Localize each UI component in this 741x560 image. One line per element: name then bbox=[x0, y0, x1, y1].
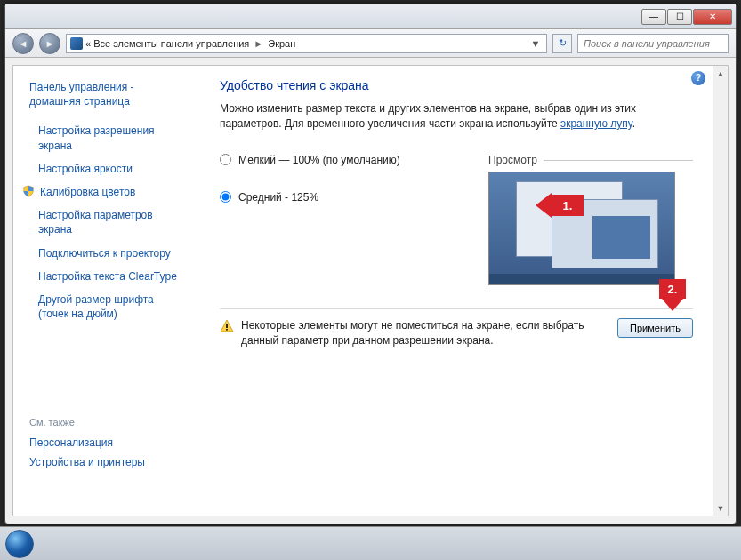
preview-image bbox=[488, 172, 675, 285]
radio-label: Мелкий — 100% (по умолчанию) bbox=[238, 154, 400, 166]
scroll-track[interactable] bbox=[713, 81, 728, 500]
window-frame: — ☐ ✕ ◄ ► « Все элементы панели управлен… bbox=[4, 4, 737, 524]
warning-text: Некоторые элементы могут не поместиться … bbox=[241, 318, 610, 348]
warning-icon bbox=[220, 319, 234, 333]
start-button[interactable] bbox=[5, 530, 34, 558]
preview-label: Просмотр bbox=[488, 154, 693, 166]
sidebar-link-brightness[interactable]: Настройка яркости bbox=[13, 157, 200, 180]
radio-input-medium[interactable] bbox=[220, 191, 231, 203]
minimize-button[interactable]: — bbox=[641, 9, 666, 25]
taskbar[interactable] bbox=[0, 526, 741, 560]
preview-section: Просмотр bbox=[488, 154, 693, 285]
control-panel-icon bbox=[70, 37, 83, 50]
radio-small-100[interactable]: Мелкий — 100% (по умолчанию) bbox=[220, 154, 435, 166]
radio-input-small[interactable] bbox=[220, 154, 231, 165]
scrollbar[interactable]: ▲ ▼ bbox=[713, 66, 728, 516]
maximize-button[interactable]: ☐ bbox=[667, 9, 692, 25]
breadcrumb-prefix: « bbox=[85, 38, 91, 49]
see-also-personalization[interactable]: Персонализация bbox=[29, 433, 184, 452]
annotation-arrow-1: 1. bbox=[552, 195, 584, 216]
content-area: Панель управления - домашняя страница На… bbox=[12, 65, 729, 516]
apply-button[interactable]: Применить bbox=[617, 318, 693, 338]
size-options: Мелкий — 100% (по умолчанию) Средний - 1… bbox=[220, 154, 435, 285]
warning-row: Некоторые элементы могут не поместиться … bbox=[220, 308, 693, 348]
main-panel: ? Удобство чтения с экрана Можно изменит… bbox=[200, 66, 713, 516]
sidebar-link-cleartype[interactable]: Настройка текста ClearType bbox=[13, 265, 200, 288]
see-also-devices[interactable]: Устройства и принтеры bbox=[29, 452, 184, 472]
radio-label: Средний - 125% bbox=[238, 191, 318, 204]
svg-rect-0 bbox=[226, 324, 228, 328]
sidebar-link-custom-dpi[interactable]: Другой размер шрифта (точек на дюйм) bbox=[13, 288, 200, 325]
address-dropdown-icon[interactable]: ▼ bbox=[528, 38, 543, 49]
forward-button[interactable]: ► bbox=[39, 33, 60, 54]
navigation-bar: ◄ ► « Все элементы панели управления ► Э… bbox=[5, 29, 736, 58]
shield-icon bbox=[22, 185, 35, 197]
breadcrumb-separator-icon: ► bbox=[252, 38, 265, 49]
radio-medium-125[interactable]: Средний - 125% bbox=[220, 191, 435, 204]
sidebar-home-link[interactable]: Панель управления - домашняя страница bbox=[13, 78, 200, 119]
close-button[interactable]: ✕ bbox=[693, 9, 732, 25]
sidebar-link-display-settings[interactable]: Настройка параметров экрана bbox=[13, 204, 200, 241]
see-also-section: См. также Персонализация Устройства и пр… bbox=[13, 417, 200, 472]
sidebar-link-resolution[interactable]: Настройка разрешения экрана bbox=[13, 119, 200, 156]
refresh-button[interactable]: ↻ bbox=[552, 34, 572, 53]
scroll-down-icon[interactable]: ▼ bbox=[713, 500, 728, 516]
help-icon[interactable]: ? bbox=[691, 71, 705, 85]
svg-rect-1 bbox=[226, 329, 228, 331]
see-also-heading: См. также bbox=[29, 417, 184, 433]
address-bar[interactable]: « Все элементы панели управления ► Экран… bbox=[66, 34, 547, 53]
back-button[interactable]: ◄ bbox=[12, 33, 34, 54]
breadcrumb-item[interactable]: Экран bbox=[268, 38, 295, 49]
sidebar: Панель управления - домашняя страница На… bbox=[13, 66, 200, 516]
sidebar-link-projector[interactable]: Подключиться к проектору bbox=[13, 242, 200, 265]
magnifier-link[interactable]: экранную лупу bbox=[560, 117, 632, 130]
annotation-arrow-2: 2. bbox=[659, 279, 686, 299]
scroll-up-icon[interactable]: ▲ bbox=[713, 66, 728, 81]
sidebar-link-calibration[interactable]: Калибровка цветов bbox=[13, 180, 200, 204]
page-title: Удобство чтения с экрана bbox=[220, 78, 693, 92]
page-description: Можно изменить размер текста и других эл… bbox=[220, 101, 693, 132]
search-input[interactable] bbox=[577, 34, 729, 53]
titlebar: — ☐ ✕ bbox=[5, 4, 736, 29]
breadcrumb-item[interactable]: Все элементы панели управления bbox=[93, 38, 249, 49]
